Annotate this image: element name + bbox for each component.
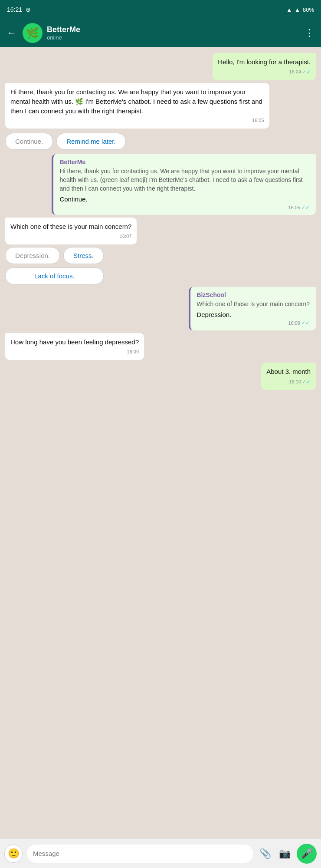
- quoted-sender-bizschool: BizSchool: [197, 291, 310, 298]
- message-text-2: Hi there, thank you for contacting us. W…: [10, 88, 262, 115]
- message-time-2: 16:05: [10, 117, 264, 124]
- message-text-5: Which one of these is your main concern?: [10, 223, 131, 230]
- bubble-received-2: Hi there, thank you for contacting us. W…: [5, 83, 269, 129]
- wifi-icon: ▲: [286, 7, 292, 13]
- message-row-1: Hello, I'm looking for a therapist. 16:0…: [213, 53, 316, 80]
- quick-reply-row-2-line2: Lack of focus.: [5, 267, 104, 284]
- message-time-5: 16:07: [10, 233, 131, 240]
- quoted-text-betterme: Hi there, thank you for contacting us. W…: [59, 167, 310, 193]
- message-input[interactable]: [27, 845, 253, 863]
- battery-display: 80%: [303, 7, 314, 13]
- avatar: 🌿: [23, 23, 43, 43]
- bottom-spacer: [5, 393, 316, 401]
- status-left: 16:21 ⊕: [7, 6, 31, 13]
- attach-icon[interactable]: 📎: [258, 846, 273, 861]
- message-text-8: How long have you been feeling depressed…: [10, 338, 139, 346]
- back-button[interactable]: ←: [5, 26, 18, 40]
- tick-betterme: ✓✓: [301, 205, 310, 211]
- bubble-sent-1: Hello, I'm looking for a therapist. 16:0…: [213, 53, 316, 80]
- emoji-button[interactable]: 🙂: [4, 845, 23, 863]
- tick-bizschool: ✓✓: [301, 320, 310, 326]
- bubble-sent-9: About 3. month 16:10 ✓✓: [261, 363, 316, 390]
- chat-area: Hello, I'm looking for a therapist. 16:0…: [0, 47, 321, 838]
- quoted-bubble-betterme: BetterMe Hi there, thank you for contact…: [52, 154, 316, 215]
- bubble-received-5: Which one of these is your main concern?…: [5, 218, 137, 244]
- bubble-received-8: How long have you been feeling depressed…: [5, 333, 144, 360]
- contact-name: BetterMe: [47, 25, 298, 34]
- message-time-1: 16:04 ✓✓: [218, 69, 311, 76]
- top-bar: ← 🌿 BetterMe online ⋮: [0, 19, 321, 47]
- camera-icon[interactable]: 📷: [277, 846, 292, 861]
- remind-later-button[interactable]: Remind me later.: [56, 133, 125, 150]
- tick-1: ✓✓: [302, 69, 311, 76]
- message-text-9: About 3. month: [266, 368, 311, 375]
- quoted-action-betterme: Continue.: [59, 195, 310, 203]
- message-text-1: Hello, I'm looking for a therapist.: [218, 58, 311, 66]
- emoji-icon: 🙂: [8, 848, 20, 859]
- quoted-action-bizschool: Depression.: [197, 311, 310, 318]
- message-row-5: Which one of these is your main concern?…: [5, 218, 137, 244]
- quoted-time-bizschool: 16:09 ✓✓: [197, 320, 310, 326]
- quick-reply-row-2: Depression. Stress. Lack of focus.: [5, 247, 104, 284]
- more-options-button[interactable]: ⋮: [303, 26, 316, 40]
- message-time-9: 16:10 ✓✓: [266, 378, 311, 386]
- contact-info: BetterMe online: [47, 25, 298, 41]
- bottom-bar: 🙂 📎 📷 🎤: [0, 838, 321, 868]
- mic-icon: 🎤: [301, 848, 313, 859]
- quick-reply-row-1: Continue. Remind me later.: [5, 133, 126, 150]
- lack-of-focus-button[interactable]: Lack of focus.: [5, 267, 104, 284]
- message-time-8: 16:09: [10, 349, 139, 356]
- time-display: 16:21: [7, 6, 22, 13]
- contact-status: online: [47, 34, 298, 41]
- message-row-2: Hi there, thank you for contacting us. W…: [5, 83, 269, 129]
- depression-button[interactable]: Depression.: [5, 247, 60, 264]
- tick-9: ✓✓: [302, 378, 311, 386]
- leaf-icon: 🌿: [26, 27, 39, 39]
- quoted-bubble-bizschool: BizSchool Which one of these is your mai…: [189, 287, 316, 331]
- message-row-8: How long have you been feeling depressed…: [5, 333, 144, 360]
- quick-reply-row-2-line1: Depression. Stress.: [5, 247, 104, 264]
- quoted-sender-betterme: BetterMe: [59, 158, 310, 165]
- mic-button[interactable]: 🎤: [297, 844, 317, 864]
- stress-button[interactable]: Stress.: [63, 247, 104, 264]
- quoted-text-bizschool: Which one of these is your main concern?: [197, 300, 310, 309]
- signal-icon: ▲: [295, 7, 300, 13]
- status-right: ▲ ▲ 80%: [286, 7, 314, 13]
- status-bar: 16:21 ⊕ ▲ ▲ 80%: [0, 0, 321, 19]
- continue-button[interactable]: Continue.: [5, 133, 53, 150]
- quoted-time-betterme: 16:05 ✓✓: [59, 205, 310, 211]
- whatsapp-status-icon: ⊕: [26, 6, 31, 13]
- message-row-9: About 3. month 16:10 ✓✓: [261, 363, 316, 390]
